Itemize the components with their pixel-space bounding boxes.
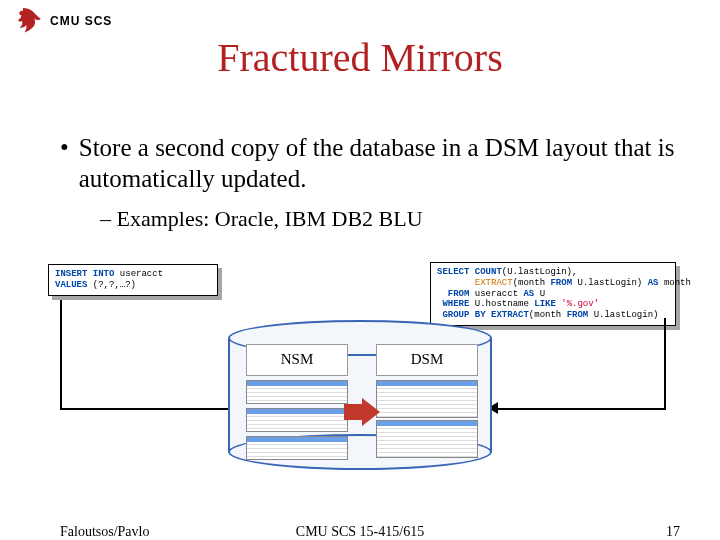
nsm-label: NSM xyxy=(247,345,347,368)
org-label: CMU SCS xyxy=(50,14,112,28)
footer-page: 17 xyxy=(666,524,680,540)
footer-course: CMU SCS 15-415/615 xyxy=(0,524,720,540)
bullet-dot-icon: • xyxy=(60,132,69,195)
dragon-icon xyxy=(18,6,44,36)
nsm-panel: NSM xyxy=(246,344,348,376)
bullet-1-text: Store a second copy of the database in a… xyxy=(79,132,680,195)
slide-title: Fractured Mirrors xyxy=(0,34,720,81)
bullet-1: • Store a second copy of the database in… xyxy=(60,132,680,195)
sql-select-box: SELECT COUNT(U.lastLogin), EXTRACT(month… xyxy=(430,262,676,326)
nsm-pages-icon xyxy=(246,380,348,464)
flow-right xyxy=(498,318,666,410)
sub-bullet-1-text: Examples: Oracle, IBM DB2 BLU xyxy=(117,206,423,231)
dsm-pages-icon xyxy=(376,380,478,462)
sync-arrow-icon xyxy=(344,398,380,426)
sub-bullet-1: – Examples: Oracle, IBM DB2 BLU xyxy=(100,205,680,233)
slide-body: • Store a second copy of the database in… xyxy=(60,132,680,232)
dsm-panel: DSM xyxy=(376,344,478,376)
sql-insert-box: INSERT INTO useracct VALUES (?,?,…?) xyxy=(48,264,218,296)
slide-header: CMU SCS xyxy=(18,6,112,36)
flow-left xyxy=(60,300,238,410)
dsm-label: DSM xyxy=(377,345,477,368)
